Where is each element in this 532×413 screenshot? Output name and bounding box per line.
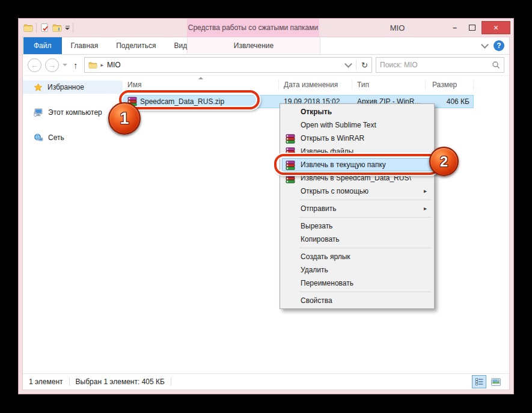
breadcrumb[interactable]: MIO bbox=[107, 61, 121, 69]
tab-file[interactable]: Файл bbox=[23, 37, 62, 54]
properties-icon[interactable] bbox=[40, 23, 49, 32]
navigation-bar: ← → ↑ ▸ MIO ↻ bbox=[23, 55, 509, 76]
refresh-icon[interactable]: ↻ bbox=[361, 61, 368, 70]
help-icon: ? bbox=[497, 41, 501, 50]
callout-number: 2 bbox=[440, 153, 448, 170]
menu-separator bbox=[299, 292, 431, 292]
window-content: Файл Главная Поделиться Вид Извлечение ?… bbox=[22, 37, 510, 390]
menu-item-send-to[interactable]: Отправить ▸ bbox=[282, 202, 432, 215]
title-bar: Средства работы со сжатыми папками MIO –… bbox=[19, 19, 513, 37]
minimize-icon: – bbox=[453, 23, 457, 32]
status-bar: 1 элемент Выбран 1 элемент: 405 КБ bbox=[23, 373, 509, 390]
qat-customize-dropdown-icon[interactable] bbox=[65, 26, 70, 30]
column-header-size[interactable]: Размер bbox=[426, 79, 474, 90]
close-button[interactable]: × bbox=[482, 21, 510, 34]
menu-item-label: Отправить bbox=[301, 204, 337, 213]
callout-step-2: 2 bbox=[429, 147, 459, 176]
view-mode-buttons bbox=[472, 375, 503, 388]
menu-item-label: Копировать bbox=[301, 235, 340, 243]
up-button[interactable]: ↑ bbox=[73, 60, 78, 70]
window-title: MIO bbox=[364, 23, 430, 32]
thumbnails-view-icon bbox=[491, 378, 501, 386]
recent-locations-dropdown-icon[interactable] bbox=[63, 64, 67, 66]
search-input[interactable] bbox=[376, 61, 492, 69]
minimize-button[interactable]: – bbox=[447, 22, 463, 34]
tab-share[interactable]: Поделиться bbox=[107, 37, 165, 54]
callout-highlight-file bbox=[119, 90, 260, 109]
menu-separator bbox=[299, 217, 431, 218]
sidebar-item-label: Сеть bbox=[48, 133, 64, 142]
explorer-folder-icon[interactable] bbox=[23, 23, 33, 32]
menu-item-copy[interactable]: Копировать bbox=[282, 233, 432, 246]
sidebar: Избранное Этот компьютер Сеть bbox=[23, 76, 123, 373]
maximize-button[interactable] bbox=[464, 22, 480, 34]
context-menu: Открыть Open with Sublime Text Открыть в… bbox=[280, 103, 435, 309]
main-area: Избранное Этот компьютер Сеть Имя bbox=[23, 76, 509, 373]
menu-item-open-in-winrar[interactable]: Открыть в WinRAR bbox=[282, 132, 432, 145]
address-bar[interactable]: ▸ MIO ↻ bbox=[84, 57, 373, 73]
menu-item-properties[interactable]: Свойства bbox=[282, 294, 432, 307]
sidebar-item-favorites[interactable]: Избранное bbox=[23, 81, 123, 94]
screenshot-canvas: Средства работы со сжатыми папками MIO –… bbox=[0, 0, 532, 413]
breadcrumb-arrow-icon[interactable]: ▸ bbox=[101, 62, 104, 68]
menu-item-open-with[interactable]: Открыть с помощью ▸ bbox=[282, 185, 432, 198]
toolbar-separator bbox=[73, 23, 73, 32]
sidebar-item-label: Этот компьютер bbox=[48, 108, 102, 117]
details-view-icon bbox=[475, 378, 483, 385]
help-button[interactable]: ? bbox=[494, 40, 504, 51]
menu-item-label: Open with Sublime Text bbox=[301, 121, 376, 129]
menu-item-label: Открыть с помощью bbox=[301, 187, 368, 195]
sidebar-item-network[interactable]: Сеть bbox=[23, 131, 123, 144]
close-icon: × bbox=[494, 23, 498, 32]
menu-item-open-with-sublime[interactable]: Open with Sublime Text bbox=[282, 118, 432, 132]
star-icon bbox=[34, 83, 43, 92]
submenu-arrow-icon: ▸ bbox=[424, 185, 427, 197]
search-icon[interactable] bbox=[492, 61, 500, 69]
maximize-icon bbox=[469, 25, 475, 31]
menu-item-label: Создать ярлык bbox=[301, 252, 350, 261]
menu-separator bbox=[299, 200, 431, 200]
tab-home[interactable]: Главная bbox=[62, 37, 108, 54]
column-header-name[interactable]: Имя bbox=[123, 79, 279, 90]
new-folder-icon[interactable] bbox=[52, 23, 62, 32]
address-bar-controls: ↻ bbox=[346, 60, 368, 70]
search-box bbox=[376, 57, 504, 73]
window-controls: – × bbox=[447, 21, 510, 34]
explorer-window: Средства работы со сжатыми папками MIO –… bbox=[18, 18, 514, 394]
column-header-date-modified[interactable]: Дата изменения bbox=[279, 79, 352, 90]
menu-item-open[interactable]: Открыть bbox=[282, 105, 432, 118]
items-count: 1 элемент bbox=[29, 378, 63, 386]
column-header-type[interactable]: Тип bbox=[352, 79, 426, 90]
menu-item-label: Открыть bbox=[301, 108, 332, 116]
forward-button[interactable]: → bbox=[45, 58, 59, 72]
menu-item-cut[interactable]: Вырезать bbox=[282, 219, 432, 233]
menu-item-rename[interactable]: Переименовать bbox=[282, 277, 432, 290]
back-button[interactable]: ← bbox=[28, 58, 41, 72]
tab-extract[interactable]: Извлечение bbox=[187, 37, 320, 54]
callout-step-1: 1 bbox=[108, 102, 141, 135]
folder-icon bbox=[88, 61, 97, 69]
details-view-button[interactable] bbox=[472, 375, 486, 388]
menu-item-label: Удалить bbox=[301, 266, 328, 274]
menu-item-label: Извлечь в Speedcam_Data_RUS\ bbox=[301, 174, 411, 182]
menu-item-delete[interactable]: Удалить bbox=[282, 263, 432, 277]
address-dropdown-icon[interactable] bbox=[344, 60, 352, 68]
callout-highlight-menu-item bbox=[274, 154, 439, 175]
computer-icon bbox=[34, 108, 43, 117]
menu-item-label: Свойства bbox=[301, 296, 332, 305]
toolbar-separator bbox=[36, 23, 37, 32]
separator bbox=[356, 60, 356, 70]
ribbon-tab-row: Файл Главная Поделиться Вид Извлечение ? bbox=[23, 37, 509, 55]
up-icon: ↑ bbox=[73, 60, 78, 70]
menu-item-create-shortcut[interactable]: Создать ярлык bbox=[282, 250, 432, 263]
submenu-arrow-icon: ▸ bbox=[424, 203, 427, 215]
separator bbox=[69, 378, 70, 386]
thumbnails-view-button[interactable] bbox=[489, 375, 503, 388]
sidebar-item-label: Избранное bbox=[47, 83, 84, 91]
separator bbox=[171, 378, 171, 386]
back-icon: ← bbox=[31, 61, 38, 70]
menu-item-label: Вырезать bbox=[301, 222, 332, 230]
chevron-down-icon[interactable] bbox=[481, 41, 489, 49]
forward-icon: → bbox=[48, 61, 56, 70]
menu-item-label: Открыть в WinRAR bbox=[301, 134, 364, 142]
